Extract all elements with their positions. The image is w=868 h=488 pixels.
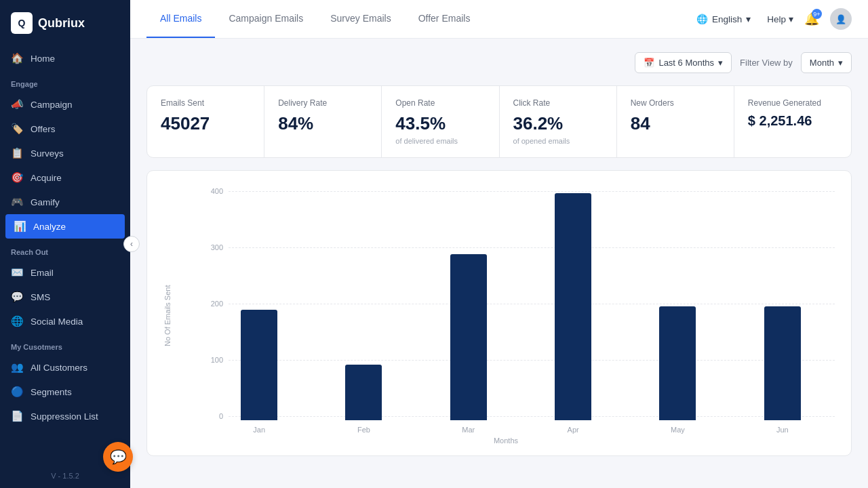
suppression-list-icon: 📄: [11, 410, 24, 422]
analyze-icon: 📊: [14, 220, 26, 232]
stat-label: New Orders: [631, 98, 720, 108]
stat-label: Click Rate: [513, 98, 603, 108]
help-button[interactable]: Help ▾: [767, 14, 793, 24]
help-chevron-icon: ▾: [789, 14, 793, 24]
lang-chevron-icon: ▾: [746, 14, 751, 24]
stat-value: 43.5%: [395, 113, 485, 134]
stats-row: Emails Sent 45027 Delivery Rate 84% Open…: [146, 85, 852, 158]
view-by-button[interactable]: Month ▾: [801, 52, 852, 73]
sidebar-item-offers[interactable]: 🏷️ Offers: [0, 117, 130, 141]
gamify-icon: 🎮: [11, 196, 24, 208]
bar: [555, 193, 591, 420]
stat-value: 36.2%: [513, 113, 603, 134]
sidebar-section-customers: My Cusotmers: [0, 333, 130, 355]
stat-value: 45027: [161, 113, 250, 134]
date-range-button[interactable]: 📅 Last 6 Months ▾: [635, 52, 732, 73]
sidebar-item-label: Email: [31, 268, 54, 278]
chart-x-axis-title: Months: [177, 436, 835, 445]
surveys-icon: 📋: [11, 147, 24, 159]
chart-bars-area: [207, 187, 835, 420]
stat-revenue: Revenue Generated $ 2,251.46: [734, 86, 851, 157]
language-button[interactable]: 🌐 English ▾: [691, 11, 756, 27]
chart-x-labels: JanFebMarAprMayJun: [207, 426, 835, 434]
stat-new-orders: New Orders 84: [617, 86, 734, 157]
sidebar-item-segments[interactable]: 🔵 Segments: [0, 380, 130, 404]
sidebar-item-email[interactable]: ✉️ Email: [0, 260, 130, 285]
stat-label: Emails Sent: [161, 98, 250, 108]
stat-label: Revenue Generated: [748, 98, 837, 108]
logo-icon: Q: [11, 12, 33, 34]
sidebar-item-label: Segments: [31, 387, 72, 397]
stat-label: Open Rate: [395, 98, 485, 108]
stat-label: Delivery Rate: [278, 98, 368, 108]
sidebar-item-campaign[interactable]: 📣 Campaign: [0, 92, 130, 117]
bar-group: [311, 187, 416, 420]
x-label: Mar: [416, 426, 521, 434]
sidebar-item-acquire[interactable]: 🎯 Acquire: [0, 165, 130, 190]
sidebar: Q Qubriux 🏠 Home Engage 📣 Campaign 🏷️ Of…: [0, 0, 130, 488]
sidebar-section-engage: Engage: [0, 70, 130, 92]
sidebar-item-label: Offers: [31, 124, 56, 134]
sms-icon: 💬: [11, 291, 24, 303]
sidebar-item-home[interactable]: 🏠 Home: [0, 46, 130, 70]
social-media-icon: 🌐: [11, 315, 24, 327]
view-by-chevron-icon: ▾: [838, 58, 843, 68]
chart-y-label: No Of Emails Sent: [163, 187, 172, 445]
stat-value: 84: [631, 113, 720, 134]
bar-group: [207, 187, 311, 420]
filter-view-label: Filter View by: [740, 58, 793, 68]
tab-all-emails[interactable]: All Emails: [146, 0, 215, 38]
stat-delivery-rate: Delivery Rate 84%: [264, 86, 382, 157]
topnav-right: 🌐 English ▾ Help ▾ 🔔 9+ 👤: [691, 8, 852, 30]
x-label: Jan: [207, 426, 311, 434]
acquire-icon: 🎯: [11, 171, 24, 184]
x-label: May: [625, 426, 730, 434]
sidebar-item-label: Social Media: [31, 317, 83, 327]
sidebar-item-all-customers[interactable]: 👥 All Customers: [0, 355, 130, 380]
sidebar-item-social-media[interactable]: 🌐 Social Media: [0, 309, 130, 333]
tab-survey-emails[interactable]: Survey Emails: [317, 0, 404, 38]
logo-text: Qubriux: [38, 16, 85, 30]
filter-bar: 📅 Last 6 Months ▾ Filter View by Month ▾: [146, 52, 852, 73]
topnav-tabs: All Emails Campaign Emails Survey Emails…: [146, 0, 484, 38]
sidebar-item-label: SMS: [31, 292, 50, 302]
notification-button[interactable]: 🔔 9+: [804, 12, 819, 26]
chart-container: No Of Emails Sent 4003002001000 JanFebMa…: [146, 170, 852, 456]
sidebar-item-label: Acquire: [31, 173, 62, 183]
notification-badge: 9+: [812, 9, 822, 19]
chart-grid: 4003002001000: [177, 187, 835, 420]
sidebar-item-suppression-list[interactable]: 📄 Suppression List: [0, 404, 130, 428]
stat-sub: of opened emails: [513, 137, 603, 145]
sidebar-item-surveys[interactable]: 📋 Surveys: [0, 141, 130, 165]
bar-group: [521, 187, 625, 420]
date-range-chevron-icon: ▾: [718, 58, 723, 68]
stat-open-rate: Open Rate 43.5% of delivered emails: [382, 86, 499, 157]
sidebar-item-label: Campaign: [31, 100, 73, 110]
stat-sub: of delivered emails: [395, 137, 485, 145]
email-icon: ✉️: [11, 266, 24, 279]
tab-offer-emails[interactable]: Offer Emails: [405, 0, 484, 38]
bar: [450, 254, 487, 420]
view-by-label: Month: [810, 58, 834, 68]
chat-icon: 💬: [110, 449, 127, 465]
date-range-label: Last 6 Months: [658, 58, 714, 68]
stat-value: $ 2,251.46: [748, 113, 837, 129]
avatar-icon: 👤: [835, 14, 846, 24]
sidebar-item-label: Gamify: [31, 197, 60, 207]
avatar[interactable]: 👤: [830, 8, 852, 30]
bar-group: [730, 187, 835, 420]
sidebar-item-label: Home: [31, 54, 55, 64]
chat-button[interactable]: 💬: [103, 442, 133, 472]
sidebar-item-analyze[interactable]: 📊 Analyze: [5, 214, 125, 239]
sidebar-item-gamify[interactable]: 🎮 Gamify: [0, 190, 130, 214]
bar-group: [625, 187, 730, 420]
sidebar-item-label: Surveys: [31, 148, 64, 159]
lang-globe-icon: 🌐: [696, 14, 708, 24]
sidebar-collapse-button[interactable]: ‹: [123, 236, 140, 252]
tab-campaign-emails[interactable]: Campaign Emails: [215, 0, 317, 38]
sidebar-section-reach-out: Reach Out: [0, 239, 130, 260]
stat-emails-sent: Emails Sent 45027: [147, 86, 264, 157]
x-label: Jun: [730, 426, 835, 434]
sidebar-item-sms[interactable]: 💬 SMS: [0, 285, 130, 309]
language-label: English: [712, 14, 742, 24]
